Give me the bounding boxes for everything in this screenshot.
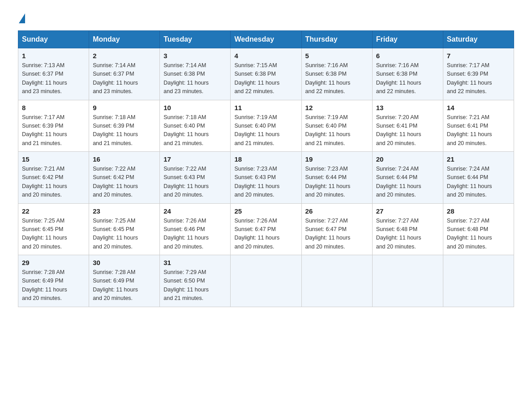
day-sun-info: Sunrise: 7:27 AMSunset: 6:48 PMDaylight:…	[376, 217, 439, 252]
calendar-cell: 30Sunrise: 7:28 AMSunset: 6:49 PMDayligh…	[89, 255, 160, 307]
calendar-cell	[372, 255, 443, 307]
day-number: 25	[234, 207, 297, 215]
day-number: 14	[447, 104, 510, 111]
calendar-table: SundayMondayTuesdayWednesdayThursdayFrid…	[18, 30, 514, 307]
calendar-week-row: 29Sunrise: 7:28 AMSunset: 6:49 PMDayligh…	[18, 255, 514, 307]
calendar-cell: 18Sunrise: 7:23 AMSunset: 6:43 PMDayligh…	[231, 152, 301, 204]
calendar-cell: 26Sunrise: 7:27 AMSunset: 6:47 PMDayligh…	[301, 203, 372, 255]
calendar-cell	[231, 255, 301, 307]
calendar-cell: 17Sunrise: 7:22 AMSunset: 6:43 PMDayligh…	[160, 152, 231, 204]
calendar-cell: 31Sunrise: 7:29 AMSunset: 6:50 PMDayligh…	[160, 255, 231, 307]
weekday-header-sunday: Sunday	[18, 31, 89, 48]
weekday-header-friday: Friday	[372, 31, 443, 48]
day-number: 21	[447, 155, 510, 163]
day-sun-info: Sunrise: 7:26 AMSunset: 6:47 PMDaylight:…	[234, 217, 297, 252]
day-number: 1	[22, 52, 85, 60]
day-sun-info: Sunrise: 7:25 AMSunset: 6:45 PMDaylight:…	[93, 217, 156, 252]
calendar-cell: 23Sunrise: 7:25 AMSunset: 6:45 PMDayligh…	[89, 203, 160, 255]
day-sun-info: Sunrise: 7:22 AMSunset: 6:43 PMDaylight:…	[163, 165, 227, 200]
day-sun-info: Sunrise: 7:19 AMSunset: 6:40 PMDaylight:…	[305, 113, 369, 148]
day-sun-info: Sunrise: 7:16 AMSunset: 6:38 PMDaylight:…	[376, 61, 439, 96]
calendar-cell: 20Sunrise: 7:24 AMSunset: 6:44 PMDayligh…	[372, 152, 443, 204]
calendar-cell: 25Sunrise: 7:26 AMSunset: 6:47 PMDayligh…	[231, 203, 301, 255]
calendar-cell: 14Sunrise: 7:21 AMSunset: 6:41 PMDayligh…	[443, 100, 514, 152]
logo	[18, 13, 26, 21]
day-sun-info: Sunrise: 7:27 AMSunset: 6:48 PMDaylight:…	[447, 217, 510, 252]
calendar-cell	[301, 255, 372, 307]
day-number: 27	[376, 207, 439, 215]
calendar-cell: 1Sunrise: 7:13 AMSunset: 6:37 PMDaylight…	[18, 48, 89, 100]
day-sun-info: Sunrise: 7:18 AMSunset: 6:39 PMDaylight:…	[93, 113, 156, 148]
calendar-cell: 2Sunrise: 7:14 AMSunset: 6:37 PMDaylight…	[89, 48, 160, 100]
day-sun-info: Sunrise: 7:28 AMSunset: 6:49 PMDaylight:…	[22, 268, 85, 303]
day-sun-info: Sunrise: 7:23 AMSunset: 6:43 PMDaylight:…	[234, 165, 297, 200]
day-sun-info: Sunrise: 7:24 AMSunset: 6:44 PMDaylight:…	[376, 165, 439, 200]
day-number: 7	[447, 52, 510, 60]
day-sun-info: Sunrise: 7:25 AMSunset: 6:45 PMDaylight:…	[22, 217, 85, 252]
day-sun-info: Sunrise: 7:24 AMSunset: 6:44 PMDaylight:…	[447, 165, 510, 200]
day-sun-info: Sunrise: 7:21 AMSunset: 6:41 PMDaylight:…	[447, 113, 510, 148]
calendar-cell: 19Sunrise: 7:23 AMSunset: 6:44 PMDayligh…	[301, 152, 372, 204]
calendar-week-row: 1Sunrise: 7:13 AMSunset: 6:37 PMDaylight…	[18, 48, 514, 100]
day-number: 3	[163, 52, 227, 60]
calendar-cell: 13Sunrise: 7:20 AMSunset: 6:41 PMDayligh…	[372, 100, 443, 152]
day-sun-info: Sunrise: 7:14 AMSunset: 6:38 PMDaylight:…	[163, 61, 227, 96]
day-number: 28	[447, 207, 510, 215]
day-number: 22	[22, 207, 85, 215]
day-sun-info: Sunrise: 7:17 AMSunset: 6:39 PMDaylight:…	[447, 61, 510, 96]
day-number: 5	[305, 52, 369, 60]
weekday-header-saturday: Saturday	[443, 31, 514, 48]
day-sun-info: Sunrise: 7:15 AMSunset: 6:38 PMDaylight:…	[234, 61, 297, 96]
day-sun-info: Sunrise: 7:16 AMSunset: 6:38 PMDaylight:…	[305, 61, 369, 96]
day-sun-info: Sunrise: 7:27 AMSunset: 6:47 PMDaylight:…	[305, 217, 369, 252]
day-sun-info: Sunrise: 7:13 AMSunset: 6:37 PMDaylight:…	[22, 61, 85, 96]
day-number: 13	[376, 104, 439, 111]
calendar-cell: 4Sunrise: 7:15 AMSunset: 6:38 PMDaylight…	[231, 48, 301, 100]
weekday-header-row: SundayMondayTuesdayWednesdayThursdayFrid…	[18, 31, 514, 48]
day-number: 8	[22, 104, 85, 111]
calendar-cell: 24Sunrise: 7:26 AMSunset: 6:46 PMDayligh…	[160, 203, 231, 255]
day-sun-info: Sunrise: 7:18 AMSunset: 6:40 PMDaylight:…	[163, 113, 227, 148]
calendar-cell	[443, 255, 514, 307]
day-number: 17	[163, 155, 227, 163]
day-number: 4	[234, 52, 297, 60]
calendar-cell: 6Sunrise: 7:16 AMSunset: 6:38 PMDaylight…	[372, 48, 443, 100]
day-number: 12	[305, 104, 369, 111]
day-sun-info: Sunrise: 7:19 AMSunset: 6:40 PMDaylight:…	[234, 113, 297, 148]
day-sun-info: Sunrise: 7:29 AMSunset: 6:50 PMDaylight:…	[163, 268, 227, 303]
calendar-cell: 21Sunrise: 7:24 AMSunset: 6:44 PMDayligh…	[443, 152, 514, 204]
day-sun-info: Sunrise: 7:26 AMSunset: 6:46 PMDaylight:…	[163, 217, 227, 252]
weekday-header-wednesday: Wednesday	[231, 31, 301, 48]
day-number: 20	[376, 155, 439, 163]
calendar-cell: 7Sunrise: 7:17 AMSunset: 6:39 PMDaylight…	[443, 48, 514, 100]
calendar-cell: 28Sunrise: 7:27 AMSunset: 6:48 PMDayligh…	[443, 203, 514, 255]
day-number: 16	[93, 155, 156, 163]
weekday-header-thursday: Thursday	[301, 31, 372, 48]
calendar-week-row: 22Sunrise: 7:25 AMSunset: 6:45 PMDayligh…	[18, 203, 514, 255]
day-number: 23	[93, 207, 156, 215]
day-number: 24	[163, 207, 227, 215]
calendar-cell: 3Sunrise: 7:14 AMSunset: 6:38 PMDaylight…	[160, 48, 231, 100]
calendar-cell: 5Sunrise: 7:16 AMSunset: 6:38 PMDaylight…	[301, 48, 372, 100]
day-number: 19	[305, 155, 369, 163]
day-sun-info: Sunrise: 7:23 AMSunset: 6:44 PMDaylight:…	[305, 165, 369, 200]
day-sun-info: Sunrise: 7:17 AMSunset: 6:39 PMDaylight:…	[22, 113, 85, 148]
calendar-cell: 15Sunrise: 7:21 AMSunset: 6:42 PMDayligh…	[18, 152, 89, 204]
calendar-cell: 10Sunrise: 7:18 AMSunset: 6:40 PMDayligh…	[160, 100, 231, 152]
day-sun-info: Sunrise: 7:21 AMSunset: 6:42 PMDaylight:…	[22, 165, 85, 200]
calendar-cell: 16Sunrise: 7:22 AMSunset: 6:42 PMDayligh…	[89, 152, 160, 204]
page-header	[18, 13, 514, 21]
calendar-cell: 27Sunrise: 7:27 AMSunset: 6:48 PMDayligh…	[372, 203, 443, 255]
calendar-cell: 8Sunrise: 7:17 AMSunset: 6:39 PMDaylight…	[18, 100, 89, 152]
calendar-cell: 9Sunrise: 7:18 AMSunset: 6:39 PMDaylight…	[89, 100, 160, 152]
day-number: 15	[22, 155, 85, 163]
day-sun-info: Sunrise: 7:20 AMSunset: 6:41 PMDaylight:…	[376, 113, 439, 148]
calendar-week-row: 8Sunrise: 7:17 AMSunset: 6:39 PMDaylight…	[18, 100, 514, 152]
day-number: 31	[163, 259, 227, 266]
day-number: 2	[93, 52, 156, 60]
day-sun-info: Sunrise: 7:28 AMSunset: 6:49 PMDaylight:…	[93, 268, 156, 303]
day-number: 10	[163, 104, 227, 111]
calendar-week-row: 15Sunrise: 7:21 AMSunset: 6:42 PMDayligh…	[18, 152, 514, 204]
calendar-cell: 22Sunrise: 7:25 AMSunset: 6:45 PMDayligh…	[18, 203, 89, 255]
day-number: 11	[234, 104, 297, 111]
